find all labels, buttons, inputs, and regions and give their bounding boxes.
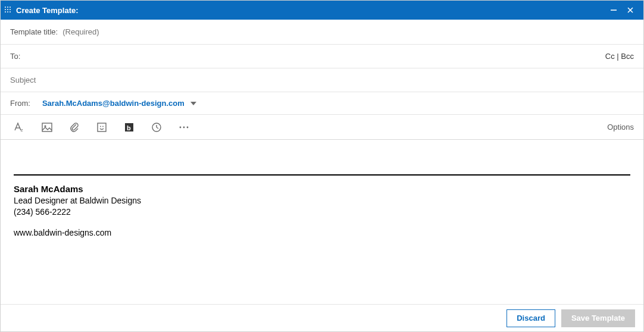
svg-text:z: z bbox=[21, 128, 23, 132]
subject-row bbox=[1, 68, 643, 92]
insert-image-icon[interactable] bbox=[37, 118, 57, 137]
svg-rect-17 bbox=[98, 123, 106, 131]
to-row: To: Cc | Bcc bbox=[1, 45, 643, 68]
template-title-row: Template title: bbox=[1, 20, 643, 45]
svg-point-6 bbox=[5, 11, 6, 12]
svg-point-4 bbox=[7, 9, 8, 10]
save-template-button[interactable]: Save Template bbox=[561, 309, 635, 327]
svg-rect-15 bbox=[42, 123, 52, 131]
svg-text:b: b bbox=[127, 124, 131, 131]
signature-website: www.baldwin-designs.com bbox=[14, 227, 630, 239]
svg-point-25 bbox=[180, 126, 182, 128]
minimize-button[interactable] bbox=[605, 2, 622, 18]
template-title-input[interactable] bbox=[62, 27, 634, 36]
footer: Discard Save Template bbox=[1, 304, 643, 331]
signature-name: Sarah McAdams bbox=[14, 184, 630, 194]
svg-point-0 bbox=[5, 7, 6, 8]
attach-file-icon[interactable] bbox=[65, 118, 84, 137]
editor-toolbar: z b bbox=[1, 115, 643, 140]
message-body-editor[interactable]: Sarah McAdams Lead Designer at Baldwin D… bbox=[1, 140, 643, 304]
font-format-icon[interactable]: z bbox=[10, 118, 29, 137]
to-input[interactable] bbox=[25, 52, 315, 61]
create-template-window: Create Template: Template title: To: Cc … bbox=[0, 0, 644, 332]
svg-point-5 bbox=[10, 9, 11, 10]
signature-role: Lead Designer at Baldwin Designs bbox=[14, 195, 630, 206]
from-email[interactable]: Sarah.McAdams@baldwin-design.com bbox=[42, 99, 185, 108]
svg-point-26 bbox=[183, 126, 185, 128]
svg-point-2 bbox=[10, 7, 11, 8]
svg-point-3 bbox=[5, 9, 6, 10]
svg-point-1 bbox=[7, 7, 8, 8]
to-label: To: bbox=[10, 52, 20, 61]
more-options-icon[interactable] bbox=[174, 118, 193, 137]
signature-phone: (234) 566-2222 bbox=[14, 206, 630, 218]
close-button[interactable] bbox=[622, 2, 639, 18]
cc-bcc-toggle[interactable]: Cc | Bcc bbox=[605, 52, 634, 61]
window-title: Create Template: bbox=[16, 6, 79, 15]
options-link[interactable]: Options bbox=[607, 123, 634, 131]
discard-button[interactable]: Discard bbox=[507, 309, 555, 327]
svg-point-18 bbox=[100, 126, 101, 127]
svg-point-27 bbox=[187, 126, 189, 128]
signature-separator bbox=[14, 174, 630, 176]
svg-point-19 bbox=[102, 126, 104, 127]
svg-point-7 bbox=[7, 11, 8, 12]
insert-emoji-icon[interactable] bbox=[92, 118, 111, 137]
svg-point-8 bbox=[10, 11, 11, 12]
drag-grip-icon bbox=[4, 6, 12, 14]
from-label: From: bbox=[10, 99, 30, 108]
from-row: From: Sarah.McAdams@baldwin-design.com bbox=[1, 92, 643, 115]
subject-input[interactable] bbox=[10, 76, 634, 84]
titlebar: Create Template: bbox=[1, 1, 643, 20]
from-dropdown-caret-icon[interactable] bbox=[190, 102, 196, 105]
svg-line-24 bbox=[157, 127, 158, 129]
svg-marker-12 bbox=[190, 102, 196, 105]
schedule-clock-icon[interactable] bbox=[147, 118, 166, 137]
template-title-label: Template title: bbox=[10, 27, 58, 36]
bold-square-icon[interactable]: b bbox=[120, 118, 139, 137]
